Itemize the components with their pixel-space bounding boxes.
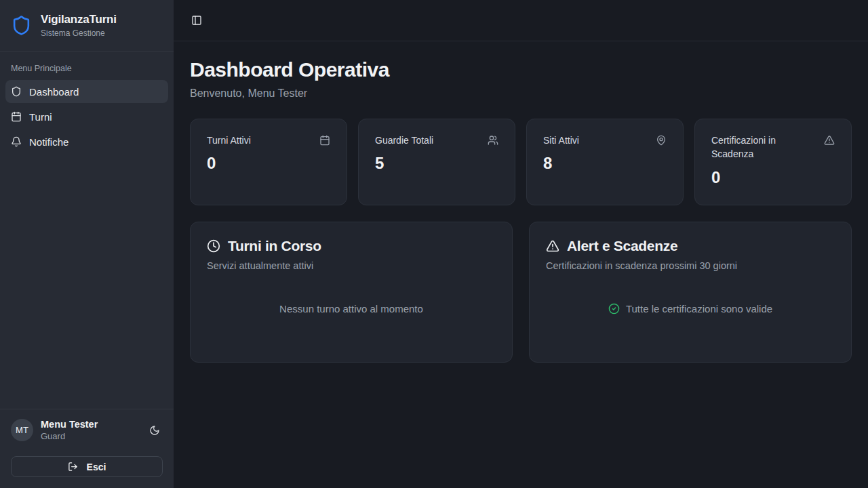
nav-section-label: Menu Principale: [5, 60, 168, 80]
panel-subtitle: Certificazioni in scadenza prossimi 30 g…: [546, 260, 835, 271]
moon-icon: [149, 425, 160, 436]
panel-left-icon: [191, 15, 202, 26]
stat-value: 0: [711, 168, 835, 187]
welcome-text: Benvenuto, Menu Tester: [190, 87, 852, 100]
stat-card-siti-attivi: Siti Attivi 8: [526, 119, 684, 205]
shield-logo-icon: [11, 15, 32, 36]
alert-triangle-icon: [824, 135, 835, 146]
stat-value: 8: [543, 154, 667, 173]
sidebar-item-turni[interactable]: Turni: [5, 105, 168, 128]
user-role: Guard: [41, 431, 98, 441]
stat-label: Certificazioni in Scadenza: [711, 134, 817, 161]
map-pin-icon: [656, 135, 667, 146]
sidebar-item-notifiche[interactable]: Notifiche: [5, 130, 168, 153]
stat-label: Turni Attivi: [207, 134, 251, 147]
stat-card-guardie-totali: Guardie Totali 5: [358, 119, 515, 205]
stats-grid: Turni Attivi 0 Guardie Totali 5: [190, 119, 852, 205]
sidebar-item-dashboard[interactable]: Dashboard: [5, 80, 168, 103]
sidebar: VigilanzaTurni Sistema Gestione Menu Pri…: [0, 0, 174, 488]
user-name: Menu Tester: [41, 419, 98, 430]
sidebar-item-label: Notifiche: [29, 136, 68, 148]
empty-message: Nessun turno attivo al momento: [279, 303, 423, 314]
alert-triangle-icon: [546, 239, 559, 253]
panel-turni-in-corso: Turni in Corso Servizi attualmente attiv…: [190, 222, 513, 363]
stat-card-turni-attivi: Turni Attivi 0: [190, 119, 347, 205]
stat-label: Siti Attivi: [543, 134, 579, 147]
clock-icon: [207, 239, 220, 253]
empty-message: Tutte le certificazioni sono valide: [626, 303, 772, 314]
shield-icon: [11, 86, 22, 97]
panel-alert-scadenze: Alert e Scadenze Certificazioni in scade…: [529, 222, 852, 363]
user-meta: Menu Tester Guard: [41, 419, 98, 441]
panel-title: Turni in Corso: [228, 238, 321, 254]
sidebar-toggle-button[interactable]: [190, 14, 203, 27]
brand-text: VigilanzaTurni Sistema Gestione: [41, 13, 117, 38]
sidebar-nav: Menu Principale Dashboard Turni Notifich…: [0, 52, 174, 163]
bell-icon: [11, 136, 22, 147]
avatar: MT: [11, 419, 33, 441]
users-icon: [488, 135, 498, 146]
stat-label: Guardie Totali: [375, 134, 433, 147]
page-content: Dashboard Operativa Benvenuto, Menu Test…: [174, 41, 868, 380]
topbar: [174, 0, 868, 41]
brand: VigilanzaTurni Sistema Gestione: [0, 0, 174, 52]
stat-card-certificazioni: Certificazioni in Scadenza 0: [694, 119, 852, 205]
logout-label: Esci: [87, 462, 106, 472]
panel-subtitle: Servizi attualmente attivi: [207, 260, 496, 271]
check-circle-icon: [608, 303, 620, 314]
main-area: Dashboard Operativa Benvenuto, Menu Test…: [174, 0, 868, 488]
sidebar-footer: MT Menu Tester Guard Esci: [0, 409, 174, 488]
empty-state: Nessun turno attivo al momento: [207, 271, 496, 346]
app-subtitle: Sistema Gestione: [41, 28, 117, 38]
page-title: Dashboard Operativa: [190, 58, 852, 81]
panel-title: Alert e Scadenze: [567, 238, 677, 254]
logout-button[interactable]: Esci: [11, 456, 163, 477]
calendar-icon: [319, 135, 330, 146]
app-title: VigilanzaTurni: [41, 13, 117, 26]
calendar-icon: [11, 111, 22, 122]
panels-grid: Turni in Corso Servizi attualmente attiv…: [190, 222, 852, 363]
sidebar-item-label: Dashboard: [29, 86, 79, 98]
empty-state: Tutte le certificazioni sono valide: [546, 271, 835, 346]
stat-value: 5: [375, 154, 498, 173]
user-row: MT Menu Tester Guard: [11, 419, 163, 441]
sidebar-item-label: Turni: [29, 111, 52, 123]
log-out-icon: [68, 462, 78, 472]
theme-toggle-button[interactable]: [146, 422, 163, 439]
stat-value: 0: [207, 154, 330, 173]
